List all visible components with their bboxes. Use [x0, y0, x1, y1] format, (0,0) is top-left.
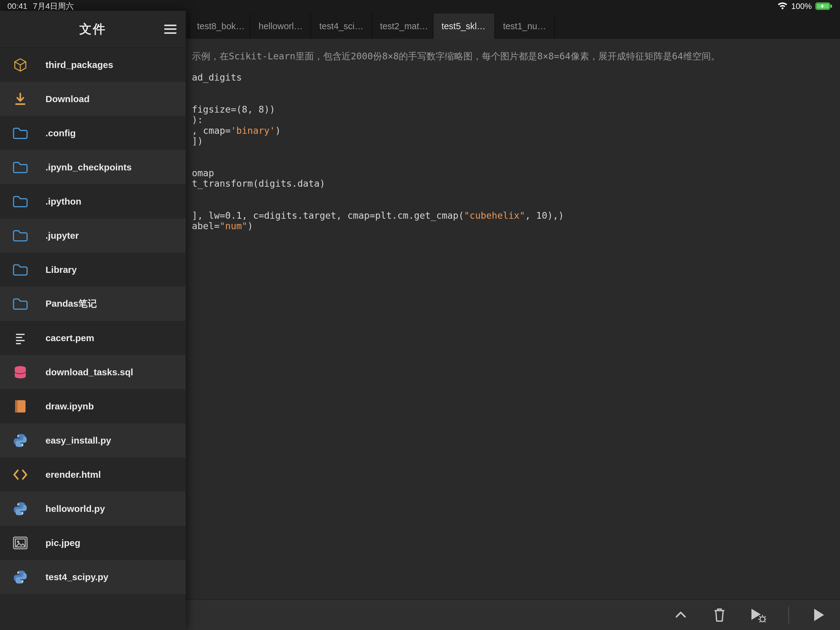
svg-point-17	[22, 513, 23, 514]
file-item--config[interactable]: .config	[0, 116, 186, 150]
svg-point-11	[15, 369, 26, 374]
image-icon	[12, 536, 28, 550]
collapse-button[interactable]	[672, 606, 689, 624]
file-item-download_tasks-sql[interactable]: download_tasks.sql	[0, 355, 186, 389]
file-item-label: download_tasks.sql	[46, 367, 133, 377]
file-sidebar: 文件 third_packagesDownload.config.ipynb_c…	[0, 11, 186, 630]
svg-rect-7	[16, 340, 25, 341]
status-bar: 00:41 7月4日周六 100%	[0, 0, 840, 12]
tab-2[interactable]: test4_sci…	[311, 14, 372, 39]
file-item-label: test4_scipy.py	[46, 572, 109, 583]
tab-3[interactable]: test2_mat…	[372, 14, 434, 39]
file-list: third_packagesDownload.config.ipynb_chec…	[0, 47, 186, 630]
folder-icon	[12, 161, 28, 174]
svg-point-22	[22, 581, 23, 582]
tab-label: test5_skl…	[442, 21, 485, 32]
db-icon	[12, 365, 28, 379]
file-item-label: draw.ipynb	[46, 401, 94, 412]
python-icon	[12, 570, 28, 584]
svg-point-3	[760, 617, 765, 622]
file-item-label: erender.html	[46, 469, 101, 480]
tab-bar: test8_bok…helloworl…test4_sci…test2_mat……	[186, 12, 840, 39]
tab-0[interactable]: test8_bok…	[189, 14, 251, 39]
file-item-label: helloworld.py	[46, 503, 105, 514]
package-icon	[12, 57, 28, 72]
file-item-draw-ipynb[interactable]: draw.ipynb	[0, 389, 186, 423]
svg-rect-8	[16, 343, 21, 344]
tab-label: test8_bok…	[197, 21, 245, 32]
svg-point-14	[17, 435, 19, 436]
menu-icon[interactable]	[164, 25, 177, 34]
run-settings-button[interactable]	[750, 606, 767, 624]
status-time: 00:41	[7, 2, 27, 11]
file-item-pic-jpeg[interactable]: pic.jpeg	[0, 526, 186, 560]
delete-button[interactable]	[711, 606, 728, 624]
file-item-cacert-pem[interactable]: cacert.pem	[0, 321, 186, 355]
code-editor[interactable]: 示例，在Scikit-Learn里面，包含近2000份8×8的手写数字缩略图，每…	[186, 39, 840, 599]
battery-icon	[815, 2, 833, 10]
svg-rect-5	[16, 334, 25, 335]
folder-icon	[12, 230, 28, 242]
file-item--ipython[interactable]: .ipython	[0, 184, 186, 218]
svg-rect-13	[15, 400, 17, 413]
folder-icon	[12, 298, 28, 310]
python-icon	[12, 433, 28, 448]
wifi-icon	[777, 2, 788, 10]
run-button[interactable]	[810, 606, 828, 624]
file-item-label: .ipython	[46, 196, 82, 207]
tab-label: test2_mat…	[380, 21, 428, 32]
file-item-library[interactable]: Library	[0, 253, 186, 287]
svg-point-20	[17, 540, 19, 543]
battery-percent: 100%	[791, 2, 812, 11]
file-item-label: easy_install.py	[46, 435, 111, 446]
editor-toolbar	[186, 599, 840, 630]
tab-label: test4_sci…	[319, 21, 363, 32]
file-item-label: pic.jpeg	[46, 538, 80, 548]
file-item-label: third_packages	[46, 60, 113, 70]
tab-5[interactable]: test1_nu…	[495, 14, 555, 39]
file-item-label: cacert.pem	[46, 333, 94, 343]
file-item-label: .jupyter	[46, 230, 79, 241]
file-item-third_packages[interactable]: third_packages	[0, 47, 186, 82]
download-icon	[12, 92, 28, 106]
status-date: 7月4日周六	[33, 1, 74, 12]
python-icon	[12, 502, 28, 516]
file-item-helloworld-py[interactable]: helloworld.py	[0, 492, 186, 526]
svg-rect-2	[831, 5, 832, 8]
file-item-erender-html[interactable]: erender.html	[0, 457, 186, 492]
sidebar-header: 文件	[0, 11, 186, 47]
file-item-label: Pandas笔记	[46, 298, 97, 310]
file-item-label: Download	[46, 94, 90, 104]
svg-rect-4	[15, 103, 25, 105]
file-item-pandas-[interactable]: Pandas笔记	[0, 287, 186, 321]
notebook-icon	[12, 399, 28, 414]
sidebar-title: 文件	[79, 21, 106, 38]
tab-label: helloworl…	[259, 21, 303, 32]
tab-1[interactable]: helloworl…	[251, 14, 311, 39]
tab-label: test1_nu…	[503, 21, 546, 32]
file-item-label: .ipynb_checkpoints	[46, 162, 132, 173]
svg-rect-6	[16, 337, 22, 338]
svg-point-16	[17, 503, 19, 505]
file-item-easy_install-py[interactable]: easy_install.py	[0, 423, 186, 457]
tab-partial[interactable]	[186, 14, 189, 39]
folder-icon	[12, 264, 28, 276]
file-item-label: .config	[46, 128, 76, 138]
file-item-download[interactable]: Download	[0, 82, 186, 116]
file-item-label: Library	[46, 264, 77, 275]
tab-4[interactable]: test5_skl…✕	[434, 14, 495, 39]
file-item-test4_scipy-py[interactable]: test4_scipy.py	[0, 560, 186, 594]
svg-point-15	[22, 444, 23, 445]
svg-point-21	[17, 571, 19, 573]
folder-icon	[12, 195, 28, 207]
folder-icon	[12, 127, 28, 139]
file-item--ipynb_checkpoints[interactable]: .ipynb_checkpoints	[0, 150, 186, 184]
file-item--jupyter[interactable]: .jupyter	[0, 218, 186, 253]
text-icon	[12, 331, 28, 345]
html-icon	[12, 469, 28, 481]
toolbar-divider	[788, 606, 789, 624]
